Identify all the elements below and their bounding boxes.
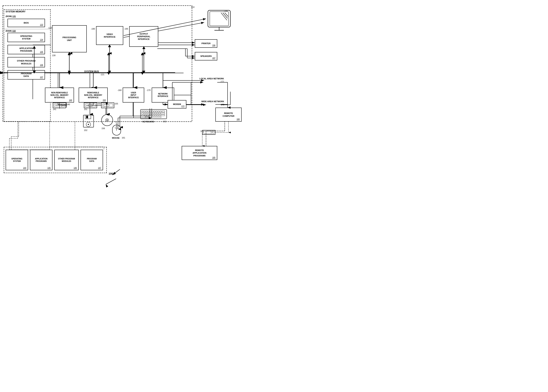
mouse-label: MOUSE <box>112 137 120 139</box>
svg-rect-113 <box>151 114 152 116</box>
floppy-disk-ref: 152 <box>84 129 87 131</box>
svg-rect-75 <box>102 104 113 107</box>
cd-disc-ref: 156 <box>101 127 105 129</box>
svg-rect-88 <box>141 111 143 112</box>
svg-rect-76 <box>104 105 109 106</box>
svg-marker-140 <box>68 71 71 74</box>
svg-rect-72 <box>86 116 88 118</box>
video-interface-box: VIDEOINTERFACE -190 <box>96 26 123 45</box>
svg-rect-106 <box>157 113 158 114</box>
hdd-icon <box>53 103 66 108</box>
floppy-drive-icon <box>84 103 97 108</box>
wide-area-network-label: WIDE AREA NETWORK <box>201 100 224 103</box>
non-removable-memory-box: NON-REMOVABLENON-VOL. MEMORYINTERFACE 14… <box>45 88 74 103</box>
svg-rect-115 <box>155 114 156 116</box>
application-programs-box: APPLICATIONPROGRAMS 135 <box>7 45 45 54</box>
svg-rect-105 <box>154 113 156 114</box>
lan-ref: -171 <box>220 80 224 83</box>
system-memory-title: SYSTEM MEMORY <box>6 10 25 13</box>
monitor-icon <box>206 9 232 33</box>
operating-system-box: OPERATINGSYSTEM 134 <box>7 33 45 42</box>
keyboard-icon <box>139 109 168 120</box>
hdd-ref-141: 141 <box>53 108 56 110</box>
other-program-modules-bottom-box: OTHER PROGRAMMODULES 146 <box>54 150 79 170</box>
output-peripheral-box: OUTPUTPERIPHERALINTERFACE -195 <box>129 26 158 47</box>
svg-rect-101 <box>146 113 148 114</box>
remote-hdd-icon <box>202 130 215 135</box>
main-system-ref: 110 <box>191 6 195 8</box>
svg-marker-20 <box>68 72 71 75</box>
remote-hdd-ref: 181 <box>200 130 204 132</box>
modem-box: MODEM 172 <box>168 100 186 109</box>
svg-rect-109 <box>141 114 144 116</box>
system-bus-ref: -121 <box>100 73 104 76</box>
floppy-drive-ref: 150 <box>97 103 101 105</box>
svg-rect-108 <box>161 113 165 114</box>
svg-rect-68 <box>85 104 96 107</box>
svg-point-125 <box>212 132 213 133</box>
hdd-ref: 140 <box>66 103 70 105</box>
mouse-icon <box>111 121 122 137</box>
svg-marker-23 <box>141 52 144 55</box>
svg-marker-24 <box>141 72 144 75</box>
svg-rect-90 <box>145 111 147 112</box>
bus-ref-130: 130 <box>52 54 55 56</box>
svg-rect-117 <box>159 114 160 116</box>
svg-rect-123 <box>204 131 214 134</box>
svg-rect-93 <box>152 111 153 112</box>
operating-system-bottom-box: OPERATINGSYSTEM 144 <box>6 150 28 170</box>
svg-marker-21 <box>107 52 110 55</box>
svg-point-74 <box>88 124 89 125</box>
bios-box: BIOS 133 <box>7 19 45 27</box>
user-input-interface-box: USERINPUTINTERFACE -160 <box>123 88 144 103</box>
wan-ref: -173 <box>220 104 224 106</box>
remote-app-programs-box: REMOTEAPPLICATIONPROGRAMS 185 <box>182 146 217 160</box>
cd-drive-icon <box>101 103 114 108</box>
svg-rect-103 <box>150 113 152 114</box>
remote-computer-box: REMOTECOMPUTER 180 <box>215 108 242 122</box>
svg-rect-94 <box>154 111 155 112</box>
svg-rect-89 <box>144 111 145 112</box>
mouse-ref: 161 <box>122 137 125 139</box>
floppy-drive-ref-151: 151 <box>84 108 87 110</box>
svg-rect-100 <box>144 113 146 114</box>
svg-point-67 <box>62 105 64 106</box>
monitor-ref: -191 <box>224 10 228 12</box>
system-bus-label: SYSTEM BUS <box>84 70 99 73</box>
speakers-box: SPEAKERS 197 <box>195 52 217 60</box>
svg-rect-70 <box>83 115 94 127</box>
svg-rect-111 <box>147 114 148 116</box>
svg-rect-118 <box>161 114 165 116</box>
application-programs-bottom-box: APPLICATIONPROGRAMS 145 <box>30 150 52 170</box>
svg-rect-104 <box>152 113 154 114</box>
program-data-box: PROGRAMDATA 137 <box>7 70 45 79</box>
other-program-modules-box: OTHER PROGRAMMODULES 136 <box>7 57 45 67</box>
svg-rect-80 <box>208 10 230 27</box>
rom-ram-divider <box>4 29 50 29</box>
svg-rect-69 <box>89 105 92 106</box>
svg-rect-110 <box>144 114 146 116</box>
svg-rect-92 <box>150 111 151 112</box>
svg-rect-98 <box>162 111 165 112</box>
svg-rect-99 <box>141 113 144 114</box>
svg-rect-95 <box>156 111 157 112</box>
svg-marker-143 <box>108 71 111 74</box>
svg-rect-65 <box>54 104 65 107</box>
keyboard-ref: 162 <box>163 120 166 123</box>
cd-drive-ref: 155 <box>115 103 118 105</box>
svg-line-82 <box>223 13 228 18</box>
svg-line-128 <box>113 169 120 175</box>
svg-marker-19 <box>68 52 71 55</box>
printer-box: PRINTER 196 <box>195 39 217 48</box>
svg-marker-146 <box>142 71 145 74</box>
svg-rect-96 <box>158 111 159 112</box>
keyboard-label: KEYBOARD <box>142 120 154 123</box>
architecture-diagram: 110 SYSTEM MEMORY (ROM) 131 BIOS 133 (RA… <box>0 0 274 196</box>
svg-rect-91 <box>148 111 149 112</box>
svg-line-189 <box>106 179 116 184</box>
removable-memory-box: REMOVABLENON-VOL. MEMORYINTERFACE 150 <box>79 88 108 103</box>
svg-rect-119 <box>145 116 161 118</box>
floppy-disk-icon <box>82 114 94 129</box>
svg-rect-112 <box>149 114 150 116</box>
svg-marker-22 <box>107 72 110 75</box>
